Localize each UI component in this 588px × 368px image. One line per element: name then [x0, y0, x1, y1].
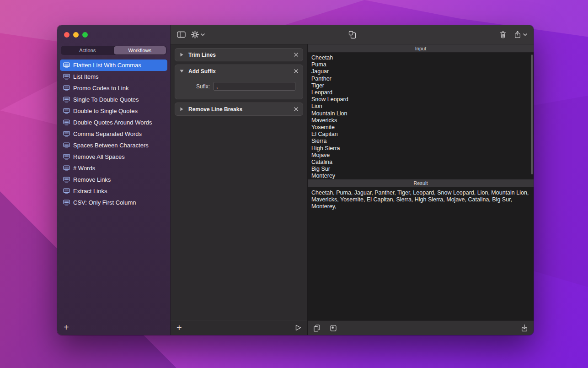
sidebar-toggle-button[interactable] — [177, 31, 186, 38]
step-card-add-suffix[interactable]: Add Suffix Sufix: — [175, 65, 303, 99]
workflow-icon — [63, 154, 70, 160]
sidebar-item-list-items[interactable]: List Items — [60, 71, 167, 82]
workflow-icon — [63, 108, 70, 114]
clipboard-icon — [330, 325, 337, 332]
close-icon — [294, 107, 298, 111]
copy-icon — [313, 325, 321, 332]
paste-input-button[interactable] — [330, 325, 337, 332]
sidebar-item-label: List Items — [73, 73, 99, 80]
sidebar-item-label: Spaces Between Characters — [73, 142, 149, 149]
result-textarea[interactable]: Cheetah, Puma, Jaguar, Panther, Tiger, L… — [308, 187, 534, 320]
step-header: Trim Lines — [175, 49, 303, 61]
sidebar-item-double-to-single-quotes[interactable]: Double to Single Quotes — [60, 105, 167, 117]
sidebar-item-spaces-between-characters[interactable]: Spaces Between Characters — [60, 140, 167, 151]
workflow-icon — [63, 74, 70, 80]
step-title: Add Suffix — [188, 68, 289, 75]
workflow-icon — [63, 200, 70, 206]
sidebar-item-double-quotes-around-words[interactable]: Double Quotes Around Words — [60, 117, 167, 128]
zoom-window-button[interactable] — [82, 32, 88, 38]
sidebar-item-remove-all-spaces[interactable]: Remove All Spaces — [60, 151, 167, 162]
suffix-field[interactable] — [214, 82, 295, 91]
sidebar-item-label: Remove All Spaces — [73, 153, 125, 160]
remove-step-button[interactable] — [294, 107, 298, 111]
steps-footer: + — [171, 320, 307, 335]
workflow-icon — [63, 119, 70, 125]
step-card-remove-line-breaks[interactable]: Remove Line Breaks — [175, 103, 303, 116]
close-window-button[interactable] — [64, 32, 69, 38]
sidebar-item-single-to-double-quotes[interactable]: Single To Double Quotes — [60, 94, 167, 105]
sidebar-mode-tabs: Actions Workflows — [61, 46, 166, 55]
step-header: Add Suffix — [175, 65, 303, 77]
add-workflow-button[interactable]: + — [64, 323, 69, 332]
toolbar — [171, 25, 534, 44]
sidebar-item-label: Extract Links — [73, 188, 107, 195]
sidebar-item-remove-links[interactable]: Remove Links — [60, 174, 167, 185]
step-header: Remove Line Breaks — [175, 103, 303, 115]
add-step-button[interactable]: + — [176, 323, 182, 332]
remove-step-button[interactable] — [294, 53, 298, 57]
save-result-button[interactable] — [521, 324, 528, 332]
sidebar-footer: + — [57, 319, 170, 335]
settings-menu-button[interactable] — [191, 31, 205, 38]
sidebar-item-label: Double Quotes Around Words — [73, 119, 152, 126]
steps-list: Trim Lines Add Suffix Sufix: — [171, 44, 307, 320]
result-header: Result — [308, 179, 534, 187]
disclosure-down-icon[interactable] — [180, 70, 184, 73]
play-icon — [295, 325, 301, 331]
sidebar-item-label: Promo Codes to Link — [73, 85, 128, 92]
download-icon — [521, 324, 528, 332]
delete-workflow-button[interactable] — [499, 31, 507, 38]
step-title: Remove Line Breaks — [188, 106, 289, 113]
sidebar-item-csv-only-first-column[interactable]: CSV: Only First Column — [60, 197, 167, 208]
paste-clipboard-icon — [348, 31, 356, 39]
workflow-icon — [63, 131, 70, 137]
input-scrollbar[interactable] — [531, 54, 533, 174]
sidebar-item-label: CSV: Only First Column — [73, 199, 136, 206]
io-panel: Input Cheetah Puma Jaguar Panther Tiger … — [308, 44, 534, 335]
sidebar-item-label: Comma Separated Words — [73, 130, 142, 137]
disclosure-right-icon[interactable] — [180, 53, 184, 57]
input-text: Cheetah Puma Jaguar Panther Tiger Leopar… — [308, 53, 534, 179]
copy-result-button[interactable] — [313, 325, 321, 332]
sidebar-toggle-icon — [177, 31, 186, 38]
input-header: Input — [308, 44, 534, 53]
chevron-down-icon — [201, 33, 205, 36]
close-icon — [294, 53, 298, 57]
sidebar-item-comma-separated-words[interactable]: Comma Separated Words — [60, 128, 167, 140]
tab-actions[interactable]: Actions — [61, 46, 114, 54]
remove-step-button[interactable] — [294, 69, 298, 73]
sidebar-item-flatten-list-with-commas[interactable]: Flatten List With Commas — [60, 60, 167, 71]
disclosure-right-icon[interactable] — [180, 107, 184, 111]
suffix-field-label: Sufix: — [175, 83, 210, 90]
share-icon — [514, 31, 521, 38]
sidebar-item-label: Remove Links — [73, 176, 111, 183]
workflow-icon — [63, 177, 70, 183]
paste-to-input-button[interactable] — [348, 31, 356, 39]
sidebar-item-label: # Words — [73, 165, 95, 172]
share-menu-button[interactable] — [514, 31, 527, 38]
content: Trim Lines Add Suffix Sufix: — [171, 44, 534, 335]
workflow-icon — [63, 85, 70, 91]
trash-icon — [499, 31, 507, 38]
sidebar: Actions Workflows Flatten List With Comm… — [57, 25, 171, 335]
workflow-icon — [63, 97, 70, 103]
workflow-icon — [63, 142, 70, 148]
close-icon — [294, 69, 298, 73]
sidebar-item-extract-links[interactable]: Extract Links — [60, 185, 167, 197]
sidebar-item-label: Double to Single Quotes — [73, 108, 138, 114]
workflow-steps-panel: Trim Lines Add Suffix Sufix: — [171, 44, 308, 335]
workflow-icon — [63, 62, 70, 68]
sidebar-item-promo-codes-to-link[interactable]: Promo Codes to Link — [60, 82, 167, 94]
gear-icon — [191, 31, 199, 38]
workflow-list: Flatten List With Commas List Items Prom… — [57, 60, 170, 319]
step-card-trim-lines[interactable]: Trim Lines — [175, 48, 303, 61]
input-textarea[interactable]: Cheetah Puma Jaguar Panther Tiger Leopar… — [308, 53, 534, 179]
step-title: Trim Lines — [188, 52, 289, 58]
tab-workflows[interactable]: Workflows — [114, 46, 166, 54]
minimize-window-button[interactable] — [73, 32, 79, 38]
run-workflow-button[interactable] — [295, 325, 301, 331]
chevron-down-icon — [523, 33, 527, 36]
sidebar-item-hash-words[interactable]: # Words — [60, 162, 167, 174]
workflow-icon — [63, 188, 70, 194]
window-controls — [57, 25, 170, 44]
